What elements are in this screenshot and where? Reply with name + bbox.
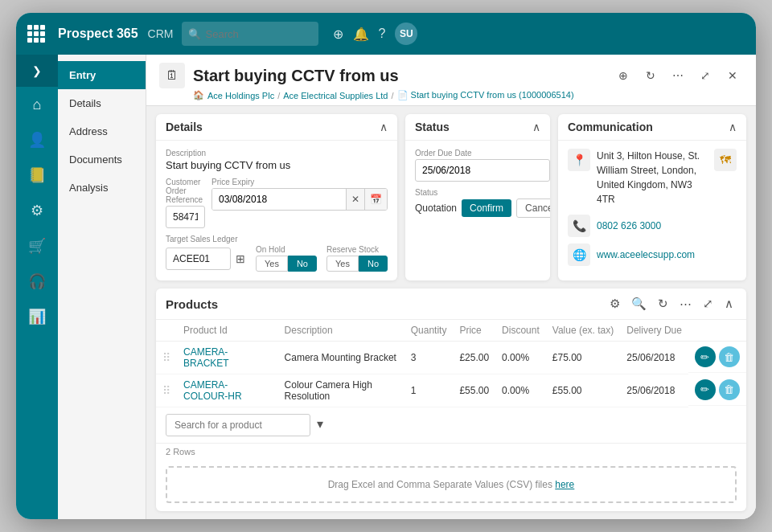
- sidebar-item-documents[interactable]: Documents: [58, 145, 146, 174]
- breadcrumb-current[interactable]: Start buying CCTV from us (1000006514): [411, 90, 574, 100]
- reserve-stock-yes-button[interactable]: Yes: [326, 256, 359, 272]
- price-expiry-label: Price Expiry: [211, 178, 388, 186]
- sidebar-ledger-icon[interactable]: 📒: [16, 158, 58, 193]
- on-hold-yes-button[interactable]: Yes: [256, 256, 288, 272]
- products-gear-icon[interactable]: ⚙: [606, 295, 623, 313]
- sidebar-item-details[interactable]: Details: [58, 89, 146, 117]
- sidebar-cart-icon[interactable]: 🛒: [16, 228, 58, 264]
- sidebar-headset-icon[interactable]: 🎧: [16, 264, 58, 299]
- search-product-input[interactable]: [166, 414, 310, 436]
- panels-row: Details ∧ Description Start buying CCTV …: [146, 106, 756, 289]
- comm-phone[interactable]: 0802 626 3000: [597, 220, 661, 231]
- breadcrumb-link-page: 📄 Start buying CCTV from us (1000006514): [397, 90, 574, 100]
- sidebar-item-address[interactable]: Address: [58, 117, 146, 145]
- search-input[interactable]: [182, 22, 318, 46]
- target-ledger-label: Target Sales Ledger: [166, 235, 388, 243]
- delete-button-2[interactable]: 🗑: [719, 379, 740, 400]
- products-more-icon[interactable]: ⋯: [676, 295, 695, 313]
- product-discount-1: 0.00%: [495, 342, 546, 374]
- page-expand-button[interactable]: ⤢: [695, 65, 716, 86]
- page-add-button[interactable]: ⊕: [613, 65, 634, 86]
- products-expand-icon[interactable]: ⤢: [700, 295, 717, 313]
- products-title: Products: [166, 297, 218, 311]
- breadcrumb-link-ace-electrical[interactable]: Ace Electrical Supplies Ltd: [283, 91, 388, 100]
- status-panel-body: Order Due Date ✕ 📅 Status Quotation Conf…: [405, 141, 550, 226]
- details-panel-header: Details ∧: [156, 114, 397, 141]
- target-ledger-row: ACEE01 ⊞ On Hold Yes No: [166, 245, 388, 272]
- col-discount: Discount: [495, 320, 546, 342]
- on-hold-no-button[interactable]: No: [288, 256, 317, 272]
- breadcrumb-link-ace-holdings[interactable]: Ace Holdings Plc: [207, 91, 274, 100]
- details-panel: Details ∧ Description Start buying CCTV …: [156, 114, 397, 280]
- drop-zone[interactable]: Drag Excel and Comma Separate Values (CS…: [166, 466, 737, 503]
- page-close-button[interactable]: ✕: [722, 65, 743, 86]
- products-collapse-icon[interactable]: ∧: [721, 295, 737, 313]
- product-id-link-2[interactable]: CAMERA-COLOUR-HR: [183, 379, 242, 402]
- price-expiry-clear-icon[interactable]: ✕: [346, 189, 364, 210]
- price-expiry-cal-icon[interactable]: 📅: [364, 189, 387, 210]
- col-product-id: Product Id: [177, 320, 278, 342]
- products-actions: ⚙ 🔍 ↻ ⋯ ⤢ ∧: [606, 295, 737, 313]
- address-map-icon[interactable]: 🗺: [714, 149, 737, 171]
- col-price: Price: [453, 320, 495, 342]
- details-panel-toggle[interactable]: ∧: [380, 121, 388, 133]
- comm-website[interactable]: www.aceelecsupp.com: [597, 249, 695, 260]
- order-due-date-label: Order Due Date: [415, 149, 540, 158]
- comm-address-text: Unit 3, Hilton House, St. William Street…: [597, 149, 704, 207]
- sidebar-toggle[interactable]: ❯: [16, 55, 58, 87]
- comm-website-row: 🌐 www.aceelecsupp.com: [568, 243, 737, 266]
- cust-order-ref-input[interactable]: [166, 206, 205, 228]
- drag-handle-1[interactable]: ⠿: [162, 351, 170, 364]
- delete-button-1[interactable]: 🗑: [719, 346, 740, 367]
- status-text: Quotation: [415, 203, 457, 214]
- drop-zone-link[interactable]: here: [555, 479, 574, 490]
- edit-button-2[interactable]: ✏: [695, 379, 716, 400]
- reserve-stock-no-button[interactable]: No: [359, 256, 388, 272]
- price-expiry-input-wrap: ✕ 📅: [211, 188, 388, 211]
- status-badge-row: Quotation Confirm Cancel: [415, 198, 540, 218]
- confirm-button[interactable]: Confirm: [462, 199, 511, 217]
- sidebar-gear-icon[interactable]: ⚙: [16, 193, 58, 228]
- price-expiry-input[interactable]: [212, 189, 346, 210]
- breadcrumb-page-icon: 📄: [397, 90, 409, 100]
- page-refresh-button[interactable]: ↻: [640, 65, 661, 86]
- products-search-icon[interactable]: 🔍: [628, 295, 650, 313]
- search-bar: 🔍: [182, 22, 318, 46]
- help-icon[interactable]: ?: [379, 27, 386, 41]
- comm-panel-toggle[interactable]: ∧: [729, 121, 737, 133]
- breadcrumb-icon: 🏠: [193, 90, 204, 100]
- search-product-dropdown-icon[interactable]: ▾: [317, 417, 323, 431]
- address-pin-icon: 📍: [568, 149, 590, 171]
- page-more-button[interactable]: ⋯: [667, 65, 688, 86]
- product-price-2: £55.00: [453, 374, 495, 407]
- table-row: ⠿ CAMERA-BRACKET Camera Mounting Bracket…: [156, 342, 746, 374]
- sidebar-item-analysis[interactable]: Analysis: [58, 174, 146, 202]
- cancel-button[interactable]: Cancel: [516, 198, 550, 218]
- sidebar-home-icon[interactable]: ⌂: [16, 87, 58, 122]
- add-icon[interactable]: ⊕: [333, 27, 343, 42]
- reserve-stock-toggle: Yes No: [326, 256, 388, 272]
- status-panel-toggle[interactable]: ∧: [532, 121, 540, 133]
- sidebar-person-icon[interactable]: 👤: [16, 122, 58, 158]
- bell-icon[interactable]: 🔔: [353, 27, 369, 42]
- drop-zone-text: Drag Excel and Comma Separate Values (CS…: [328, 479, 575, 490]
- order-due-date-input[interactable]: [415, 159, 550, 182]
- edit-button-1[interactable]: ✏: [695, 346, 716, 367]
- product-id-link-1[interactable]: CAMERA-BRACKET: [183, 346, 229, 369]
- description-label: Description: [166, 149, 388, 158]
- sidebar-item-entry[interactable]: Entry: [58, 61, 146, 89]
- comm-panel-header: Communication ∧: [558, 114, 746, 141]
- comm-panel-title: Communication: [568, 121, 653, 133]
- sidebar-chart-icon[interactable]: 📊: [16, 299, 58, 334]
- target-ledger-browse-button[interactable]: ⊞: [236, 248, 246, 269]
- target-ledger-select[interactable]: ACEE01: [166, 248, 231, 270]
- products-refresh-icon[interactable]: ↻: [655, 295, 671, 313]
- col-actions: [688, 320, 746, 342]
- app-grid-icon[interactable]: [27, 25, 45, 43]
- page-header-actions: ⊕ ↻ ⋯ ⤢ ✕: [613, 65, 743, 86]
- reserve-stock-label: Reserve Stock: [326, 245, 388, 254]
- content-area: 🗓 Start buying CCTV from us ⊕ ↻ ⋯ ⤢ ✕ 🏠 …: [146, 55, 756, 519]
- drag-handle-2[interactable]: ⠿: [162, 384, 170, 397]
- description-value: Start buying CCTV from us: [166, 159, 388, 171]
- user-avatar[interactable]: SU: [395, 23, 417, 45]
